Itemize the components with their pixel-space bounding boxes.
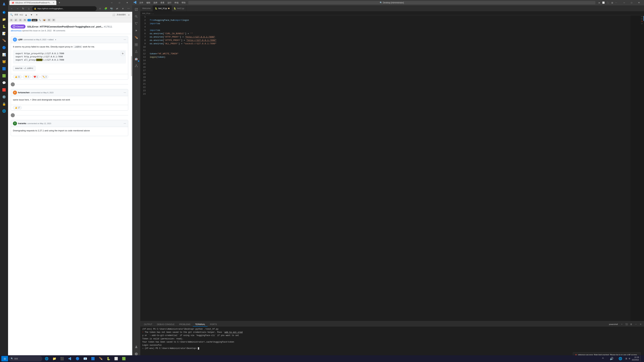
ext-sock[interactable]: sock [32,19,38,21]
ext-app4[interactable]: 熊 [23,18,27,22]
app14-icon[interactable]: 🔒 [1,101,8,107]
ext-pkg[interactable]: 📦 [42,19,46,21]
reaction-thumbsup-f[interactable]: 👍 17 [13,106,22,109]
app15-icon[interactable]: 🌐 [1,108,8,114]
activity-beaker[interactable] [133,48,140,55]
vscode-close[interactable]: ✕ [635,0,643,5]
terminal-add-btn[interactable]: + [620,322,624,326]
reaction-thumbsup[interactable]: 👍 21 [13,75,22,78]
file-icon[interactable]: 📁 [1,16,8,23]
run-button[interactable]: ▶ [598,2,601,4]
show-desktop-button[interactable] [640,356,641,362]
side-by-side-button[interactable]: ⬛ [606,2,610,4]
tab-test-hf[interactable]: 🐍 test_hf.py [153,5,172,11]
layout-button[interactable]: ▦ [610,2,614,4]
github-scrollbar[interactable] [131,22,132,362]
activity-ext[interactable] [133,41,140,48]
ext-translate2[interactable]: 译 [52,18,56,22]
taskbar-search-box[interactable]: 🔍 搜索 [9,356,42,361]
sync-button[interactable]: ⇄ [115,6,120,11]
app12-icon[interactable]: 🟥 [1,86,8,93]
tab-close-button[interactable]: ✕ [53,2,54,4]
activity-git[interactable] [133,20,140,27]
activity-search[interactable] [133,13,140,20]
copy-button-cjl99[interactable]: ⧉ [121,51,125,56]
menu-file[interactable]: 文件 [138,1,145,5]
panel-tab-problems[interactable]: PROBLEMS [177,322,193,326]
taskbar-app9[interactable]: ⬜ [112,356,120,362]
forward-button[interactable]: → [15,6,20,11]
taskbar-feishu[interactable]: 🪶 [97,356,104,362]
taskbar-app10[interactable]: 🟩 [120,356,128,362]
terminal-split-btn[interactable]: ⬛ [624,322,628,326]
tab-welcome[interactable]: Welcome [140,5,153,11]
back-button[interactable]: ← [10,6,14,11]
taskbar-terminal[interactable]: ⬛ [58,356,66,362]
terminal-more-btn[interactable]: ⋯ [634,322,638,326]
ext-google[interactable]: 谷 [10,18,13,22]
more-button[interactable]: ⋯ [614,2,618,4]
taskbar-explorer[interactable]: 📁 [51,356,58,362]
ext-app5[interactable]: C [28,19,31,21]
close-button[interactable]: ✕ [124,0,131,5]
app9-icon[interactable]: 🟦 [1,66,8,72]
vscode-maximize[interactable]: □ [628,0,635,5]
app13-icon[interactable]: ⚙️ [1,94,8,100]
home-button[interactable]: ⌂ [26,6,31,11]
next-result-btn[interactable]: ▼ [29,12,34,17]
new-tab-button[interactable]: + [57,0,62,5]
split-editor-button[interactable]: ⬜ [602,2,606,4]
reload-button[interactable]: ↻ [21,6,26,11]
taskbar-vscode[interactable] [66,356,74,362]
reaction-pencil[interactable]: ✏️ 3 [40,75,48,78]
tray-input[interactable]: 半 [628,358,630,360]
wechat-icon[interactable]: 💬 [1,80,8,86]
ext-app3[interactable]: 应 [18,18,22,22]
ext-translate[interactable]: 🔍 [38,18,42,22]
browser-tab-active[interactable]: 🐙 SSLError: HTTPSConnectionPool(host='hu… [10,0,56,5]
panel-tab-debug[interactable]: DEBUG CONSOLE [154,322,177,326]
tray-network[interactable]: 🌐 [617,356,624,362]
app7-icon[interactable]: 📊 [1,51,8,58]
activity-account[interactable] [133,344,140,350]
ext-bing[interactable]: 必 [14,18,18,22]
activity-codegeex[interactable]: 🤖 1 [133,55,140,62]
activity-explorer[interactable] [133,6,140,13]
panel-tab-ports[interactable]: PORTS [208,322,219,326]
menu-terminal[interactable]: 终端 [173,1,180,5]
reaction-thumbsdown[interactable]: 👎 3 [23,75,31,78]
star-button[interactable]: ☆ [98,6,102,11]
close-search-btn[interactable]: ✕ [34,12,39,17]
extensions-button[interactable]: 🧩 [103,6,108,11]
address-bar[interactable]: 🔒 https://github.com/huggingface... [32,6,97,11]
tray-show-hidden[interactable]: ^ [599,356,606,362]
activity-network[interactable] [133,62,140,69]
menu-run[interactable]: 运行 [166,1,173,5]
activity-run[interactable] [133,27,140,34]
app3-icon[interactable]: 🐍 [1,23,8,30]
start-button[interactable]: ⊞ [1,356,8,361]
vscode-minimize[interactable]: ─ [620,0,628,5]
menu-help[interactable]: 帮助 [180,1,187,5]
tab-test2[interactable]: 🐍 test2.py [172,5,186,11]
panel-close-btn[interactable]: ✕ [639,322,643,326]
feishu-icon[interactable]: 🪶 [1,37,8,44]
app10-icon[interactable]: 🟩 [1,72,8,79]
profile-icon[interactable] [1,1,8,8]
app8-icon[interactable]: 🐱 [1,58,8,65]
translate-icon[interactable]: 🔍 [9,12,14,17]
tray-volume[interactable]: 🔊 [608,356,615,362]
ext-dept[interactable]: 部 [47,18,51,22]
prev-result-btn[interactable]: ▲ [24,12,28,17]
taskbar-office[interactable]: 📧 [82,356,89,362]
comment-menu-fortunechen[interactable]: ⋯ [124,91,126,94]
taskbar-teams[interactable]: 🟦 [89,356,97,362]
reader-button[interactable]: ≡ [120,6,125,11]
edited-arrow[interactable]: ▾ [55,39,56,40]
menu-select[interactable]: 选择 [152,1,159,5]
maximize-button[interactable]: □ [116,0,123,5]
vscode-search-box[interactable]: 🔍 Desktop [Administrator] [188,1,595,4]
comment-menu-cjl99[interactable]: ⋯ [124,38,126,41]
screenshot-button[interactable]: 📷 [109,6,114,11]
more-bookmarks[interactable]: » [126,12,131,17]
